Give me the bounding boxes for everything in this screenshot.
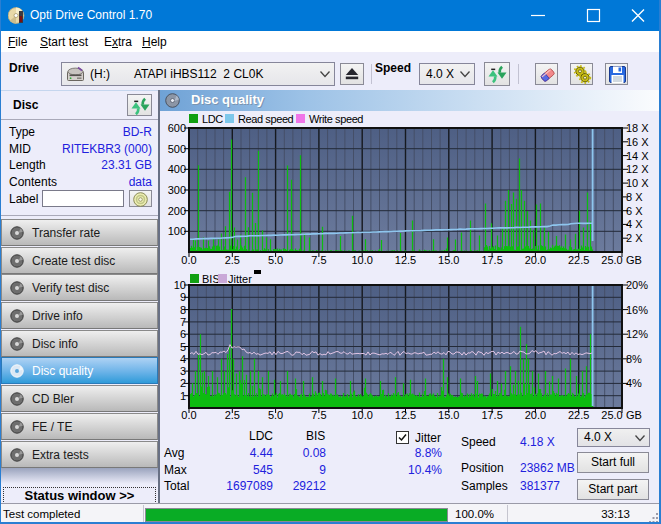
svg-text:15.0: 15.0 [438, 409, 459, 421]
svg-text:15.0: 15.0 [438, 254, 459, 266]
svg-text:25.0: 25.0 [601, 409, 622, 421]
svg-text:17.5: 17.5 [481, 254, 502, 266]
svg-text:GB: GB [626, 409, 642, 421]
svg-text:6: 6 [180, 328, 186, 340]
svg-text:4 X: 4 X [626, 218, 643, 230]
svg-text:12 X: 12 X [626, 163, 649, 175]
svg-text:18 X: 18 X [626, 122, 649, 134]
svg-text:10.0: 10.0 [351, 409, 372, 421]
svg-text:9: 9 [180, 291, 186, 303]
svg-text:2: 2 [180, 377, 186, 389]
svg-text:12.5: 12.5 [395, 409, 416, 421]
svg-text:16%: 16% [626, 304, 648, 316]
svg-text:16 X: 16 X [626, 136, 649, 148]
svg-text:7.5: 7.5 [311, 409, 326, 421]
svg-text:8 X: 8 X [626, 191, 643, 203]
svg-text:25.0: 25.0 [601, 254, 622, 266]
svg-text:17.5: 17.5 [481, 409, 502, 421]
svg-text:200: 200 [168, 205, 186, 217]
svg-text:600: 600 [168, 122, 186, 134]
svg-text:22.5: 22.5 [568, 409, 589, 421]
svg-text:10: 10 [174, 279, 186, 291]
svg-text:10 X: 10 X [626, 177, 649, 189]
svg-text:400: 400 [168, 163, 186, 175]
svg-text:2.5: 2.5 [225, 254, 240, 266]
svg-text:500: 500 [168, 143, 186, 155]
svg-text:12.5: 12.5 [395, 254, 416, 266]
svg-text:20.0: 20.0 [525, 409, 546, 421]
svg-text:20%: 20% [626, 279, 648, 291]
svg-text:4%: 4% [626, 377, 642, 389]
svg-text:100: 100 [168, 225, 186, 237]
svg-text:8: 8 [180, 304, 186, 316]
svg-text:300: 300 [168, 184, 186, 196]
svg-text:7.5: 7.5 [311, 254, 326, 266]
svg-text:5.0: 5.0 [268, 409, 283, 421]
svg-text:3: 3 [180, 365, 186, 377]
svg-text:5.0: 5.0 [268, 254, 283, 266]
svg-text:0.0: 0.0 [181, 254, 196, 266]
svg-text:7: 7 [180, 316, 186, 328]
svg-text:5: 5 [180, 341, 186, 353]
svg-text:14 X: 14 X [626, 150, 649, 162]
svg-text:GB: GB [626, 254, 642, 266]
svg-text:2.5: 2.5 [225, 409, 240, 421]
svg-text:0.0: 0.0 [181, 409, 196, 421]
svg-text:20.0: 20.0 [525, 254, 546, 266]
svg-text:4: 4 [180, 353, 186, 365]
svg-text:22.5: 22.5 [568, 254, 589, 266]
svg-text:10.0: 10.0 [351, 254, 372, 266]
svg-text:12%: 12% [626, 328, 648, 340]
svg-text:2 X: 2 X [626, 232, 643, 244]
svg-text:1: 1 [180, 390, 186, 402]
svg-text:6 X: 6 X [626, 205, 643, 217]
svg-text:8%: 8% [626, 353, 642, 365]
